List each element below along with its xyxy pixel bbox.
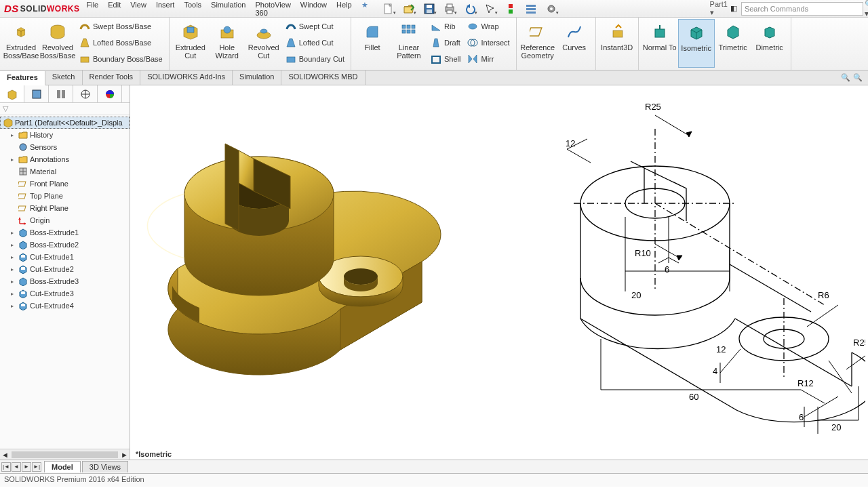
options-list-button[interactable]: [521, 1, 540, 16]
tree-item[interactable]: Sensors: [0, 141, 130, 153]
svg-marker-82: [20, 278, 26, 286]
svg-marker-24: [187, 27, 194, 33]
swept-cut-button[interactable]: Swept Cut: [283, 19, 347, 34]
zoom-area-icon[interactable]: 🔍: [853, 73, 863, 82]
trimetric-button[interactable]: Trimetric: [715, 19, 751, 68]
fm-tab-config[interactable]: [49, 85, 73, 102]
print-button[interactable]: ▼: [440, 1, 459, 16]
menu-tools[interactable]: Tools: [180, 0, 205, 20]
bottom-tab-3dviews[interactable]: 3D Views: [82, 461, 128, 472]
svg-rect-86: [21, 304, 25, 306]
tree-item[interactable]: ▸Cut-Extrude4: [0, 300, 130, 312]
normal-to-button[interactable]: Normal To: [642, 19, 678, 68]
svg-text:R10: R10: [635, 248, 651, 258]
svg-rect-13: [526, 12, 536, 14]
rebuild-button[interactable]: [501, 1, 520, 16]
mirror-button[interactable]: Mirr: [465, 52, 511, 66]
intersect-button[interactable]: Intersect: [465, 35, 511, 50]
new-button[interactable]: ▼: [379, 1, 398, 16]
extruded-boss-button[interactable]: Extruded Boss/Base: [3, 19, 39, 68]
shell-button[interactable]: Shell: [429, 52, 462, 66]
select-button[interactable]: ▼: [481, 1, 500, 16]
svg-marker-64: [4, 119, 12, 127]
boundary-boss-button[interactable]: Boundary Boss/Base: [77, 52, 165, 66]
revolved-boss-button[interactable]: Revolved Boss/Base: [39, 19, 76, 68]
ds-logo-icon: DS: [4, 3, 19, 14]
wrap-button[interactable]: Wrap: [465, 19, 511, 34]
swept-boss-button[interactable]: Swept Boss/Base: [77, 19, 165, 34]
boundary-cut-button[interactable]: Boundary Cut: [283, 52, 347, 66]
settings-button[interactable]: ▼: [542, 1, 561, 16]
save-button[interactable]: ▼: [420, 1, 439, 16]
menu-view[interactable]: View: [126, 0, 151, 20]
tree-item[interactable]: ▸Cut-Extrude3: [0, 287, 130, 300]
lofted-boss-button[interactable]: Lofted Boss/Base: [77, 35, 165, 50]
menu-file[interactable]: File: [83, 0, 103, 20]
fm-tab-dim[interactable]: [73, 85, 98, 102]
hole-wizard-button[interactable]: Hole Wizard: [209, 19, 245, 68]
dimetric-button[interactable]: Dimetric: [751, 19, 788, 68]
fm-tab-tree[interactable]: [0, 85, 24, 102]
viewport[interactable]: R25 12 R10 6 20 R6 4 12 R25 R12 60 6 20 …: [130, 85, 868, 460]
tree-item[interactable]: ▸Boss-Extrude3: [0, 275, 130, 287]
zoom-fit-icon[interactable]: 🔍: [841, 73, 850, 82]
bottom-tabs: |◄ ◄ ► ►| Model 3D Views: [0, 460, 868, 473]
search-toggle-icon[interactable]: ◧: [728, 4, 740, 13]
ref-geometry-button[interactable]: Reference Geometry: [519, 19, 556, 68]
fm-tab-appearance[interactable]: [98, 85, 122, 102]
nav-last-icon[interactable]: ►|: [32, 462, 41, 472]
menu-help[interactable]: Help: [332, 0, 356, 20]
isometric-button[interactable]: Isometric: [678, 19, 715, 68]
svg-marker-53: [728, 26, 738, 39]
linear-pattern-button[interactable]: Linear Pattern: [391, 19, 427, 68]
tab-simulation[interactable]: Simulation: [233, 70, 281, 85]
tab-features[interactable]: Features: [0, 71, 45, 85]
search-icon[interactable]: 🔍▾: [865, 2, 868, 16]
svg-marker-77: [20, 241, 26, 249]
menu-pin-icon[interactable]: ★: [357, 0, 372, 20]
tab-mbd[interactable]: SOLIDWORKS MBD: [281, 70, 365, 85]
tree-item[interactable]: ▸Annotations: [0, 153, 130, 165]
tree-item[interactable]: Top Plane: [0, 190, 130, 202]
menu-photoview[interactable]: PhotoView 360: [251, 0, 294, 20]
menu-window[interactable]: Window: [296, 0, 331, 20]
nav-first-icon[interactable]: |◄: [1, 462, 11, 472]
tree-root[interactable]: Part1 (Default<<Default>_Displa: [0, 117, 130, 129]
fillet-button[interactable]: Fillet: [354, 19, 391, 68]
svg-text:12: 12: [566, 138, 575, 148]
undo-button[interactable]: ▼: [460, 1, 479, 16]
tree-item[interactable]: ▸History: [0, 129, 130, 141]
tree-item[interactable]: Front Plane: [0, 178, 130, 190]
rib-button[interactable]: Rib: [429, 19, 462, 34]
extruded-cut-button[interactable]: Extruded Cut: [172, 19, 209, 68]
menu-simulation[interactable]: Simulation: [207, 0, 250, 20]
bottom-tab-model[interactable]: Model: [44, 461, 81, 472]
svg-line-97: [655, 203, 825, 305]
tree-item[interactable]: ▸Cut-Extrude1: [0, 251, 130, 263]
nav-prev-icon[interactable]: ◄: [12, 462, 21, 472]
tree-item[interactable]: Right Plane: [0, 202, 130, 214]
tree-item[interactable]: Material: [0, 165, 130, 178]
tree-item[interactable]: ▸Cut-Extrude2: [0, 263, 130, 275]
lofted-cut-button[interactable]: Lofted Cut: [283, 35, 347, 50]
tab-sketch[interactable]: Sketch: [45, 70, 83, 85]
search-input[interactable]: Search Commands: [741, 2, 863, 16]
sidebar-scrollbar[interactable]: ◄►: [0, 449, 130, 460]
fm-filter[interactable]: ▽: [0, 103, 130, 115]
open-button[interactable]: ▼: [399, 1, 418, 16]
menu-insert[interactable]: Insert: [152, 0, 179, 20]
menu-edit[interactable]: Edit: [104, 0, 125, 20]
fm-tab-property[interactable]: [24, 85, 49, 102]
draft-button[interactable]: Draft: [429, 35, 462, 50]
tree-item[interactable]: Origin: [0, 214, 130, 226]
svg-rect-79: [21, 255, 25, 258]
curves-button[interactable]: Curves: [556, 19, 593, 68]
revolved-cut-button[interactable]: Revolved Cut: [245, 19, 282, 68]
tab-render-tools[interactable]: Render Tools: [83, 70, 141, 85]
nav-next-icon[interactable]: ►: [22, 462, 31, 472]
tab-addins[interactable]: SOLIDWORKS Add-Ins: [140, 70, 233, 85]
tree-item[interactable]: ▸Boss-Extrude2: [0, 239, 130, 251]
instant3d-button[interactable]: Instant3D: [599, 19, 635, 68]
tree-item[interactable]: ▸Boss-Extrude1: [0, 226, 130, 239]
svg-marker-75: [24, 222, 26, 225]
